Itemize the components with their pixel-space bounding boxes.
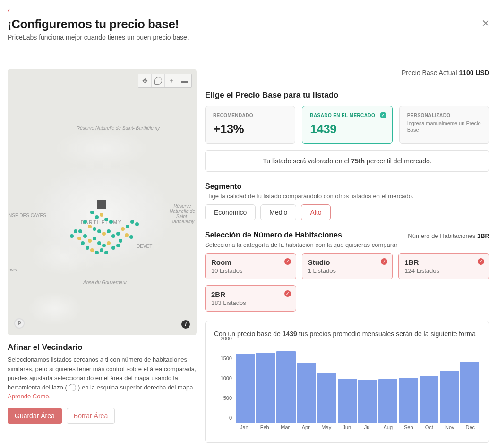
card-recommended[interactable]: RECOMENDADO +13%: [205, 106, 295, 144]
chart-caption-value: 1439: [283, 330, 297, 338]
map-listing-dot[interactable]: [78, 229, 82, 233]
content: Réserve Naturelle de Saint- Barthélemy R…: [0, 50, 497, 448]
card-custom-label: PERSONALIZADO: [407, 113, 481, 118]
bedroom-card-sub: 124 Listados: [404, 267, 483, 274]
map-listing-dot[interactable]: [86, 246, 89, 250]
check-icon: [284, 258, 291, 265]
map-listing-dot[interactable]: [88, 239, 92, 243]
map-label-devet: DEVET: [137, 244, 152, 249]
map-listing-dot[interactable]: [100, 213, 103, 217]
map-listing-dot[interactable]: [90, 211, 94, 214]
map-listing-dot[interactable]: [83, 220, 87, 224]
map-listing-dot[interactable]: [102, 232, 106, 236]
clear-area-button[interactable]: Borrar Área: [67, 408, 115, 424]
map-listing-dot[interactable]: [88, 225, 92, 228]
map-pan-icon[interactable]: ✥: [138, 74, 152, 87]
segment-option-económico[interactable]: Económico: [205, 204, 256, 220]
map-lasso-icon[interactable]: [152, 74, 165, 87]
map-listing-dot[interactable]: [93, 237, 96, 240]
map[interactable]: Réserve Naturelle de Saint- Barthélemy R…: [8, 69, 197, 335]
map-listing-dot[interactable]: [95, 215, 99, 219]
chart-bar: [420, 376, 438, 423]
refine-buttons: Guardar Área Borrar Área: [8, 408, 197, 424]
bedroom-card-title: 1BR: [404, 258, 483, 266]
map-listing-dot[interactable]: [70, 234, 74, 238]
modal-header: ‹ ¡Configuremos tu precio base! PriceLab…: [0, 0, 497, 50]
map-listing-dot[interactable]: [95, 251, 99, 254]
card-custom[interactable]: PERSONALIZADO Ingresa manualmente un Pre…: [399, 106, 489, 144]
map-listing-dot[interactable]: [116, 232, 120, 236]
bedrooms-heading: Selección de Número de Habitaciones: [205, 231, 342, 239]
bedroom-card-sub: 1 Listados: [308, 267, 387, 274]
chart-x-label: Sep: [398, 424, 419, 434]
map-listing-dot[interactable]: [126, 225, 129, 228]
map-listing-marker[interactable]: [97, 200, 106, 209]
bedroom-card-title: Room: [211, 258, 290, 266]
map-listing-dot[interactable]: [135, 222, 139, 226]
map-label-cayes: NSE DES CAYES: [9, 213, 46, 218]
map-zoom-in-icon[interactable]: ＋: [165, 74, 178, 87]
current-base-price: Precio Base Actual 1100 USD: [205, 69, 489, 76]
segment-option-medio[interactable]: Medio: [260, 204, 296, 220]
chart-bar: [297, 363, 316, 423]
map-listing-dot[interactable]: [109, 220, 113, 224]
percentile-box: Tu listado será valorado en el 75th perc…: [205, 150, 489, 172]
map-listing-dot[interactable]: [111, 234, 115, 238]
monthly-price-chart: 0500100015002000 JanFebMarAprMayJunJulAu…: [214, 344, 480, 434]
bedroom-card-1br[interactable]: 1BR124 Listados: [398, 253, 489, 279]
map-listing-dot[interactable]: [97, 229, 101, 233]
close-icon[interactable]: [482, 20, 488, 26]
map-listing-dot[interactable]: [81, 241, 85, 245]
map-listing-dot[interactable]: [102, 244, 106, 247]
bedroom-cards: Room10 ListadosStudio1 Listados1BR124 Li…: [205, 253, 489, 312]
current-price-value: 1100 USD: [459, 69, 489, 76]
map-listing-dot[interactable]: [107, 241, 111, 245]
card-market[interactable]: BASADO EN EL MERCADO 1439: [302, 106, 392, 144]
chart-bar: [358, 380, 377, 423]
map-listing-dot[interactable]: [125, 233, 129, 237]
segment-option-alto[interactable]: Alto: [301, 204, 330, 220]
map-listing-dot[interactable]: [129, 235, 133, 239]
save-area-button[interactable]: Guardar Área: [8, 408, 62, 424]
bedrooms-meta-value: 1BR: [477, 232, 489, 239]
chart-bar: [460, 362, 479, 423]
map-listing-dot[interactable]: [74, 229, 77, 233]
card-recommended-value: +13%: [213, 122, 287, 136]
map-listing-dot[interactable]: [77, 237, 81, 240]
map-listing-dot[interactable]: [97, 241, 101, 245]
left-column: Réserve Naturelle de Saint- Barthélemy R…: [8, 69, 197, 443]
card-custom-desc: Ingresa manualmente un Precio Base: [407, 120, 481, 134]
learn-how-link[interactable]: Aprende Como.: [8, 393, 51, 400]
bedroom-card-studio[interactable]: Studio1 Listados: [302, 253, 393, 279]
map-info-icon[interactable]: i: [181, 320, 190, 329]
current-price-label: Precio Base Actual: [402, 69, 457, 76]
segment-buttons: EconómicoMedioAlto: [205, 204, 489, 220]
bedroom-card-2br[interactable]: 2BR183 Listados: [205, 285, 296, 312]
map-listing-dot[interactable]: [100, 248, 103, 252]
chart-bar: [440, 371, 459, 423]
chart-y-tick: 1000: [221, 375, 232, 381]
map-listing-dot[interactable]: [83, 234, 87, 238]
map-zoom-out-icon[interactable]: ▬: [178, 74, 191, 87]
bedroom-card-sub: 183 Listados: [211, 299, 290, 306]
bedroom-card-room[interactable]: Room10 Listados: [205, 253, 296, 279]
map-listing-dot[interactable]: [104, 251, 108, 254]
map-listing-dot[interactable]: [130, 220, 134, 224]
chart-bar: [256, 353, 275, 423]
map-listing-dot[interactable]: [119, 239, 122, 243]
chart-bar: [338, 379, 357, 423]
map-listing-dot[interactable]: [107, 229, 111, 233]
map-listing-dot[interactable]: [111, 246, 115, 250]
chart-y-tick: 500: [223, 395, 232, 401]
map-listing-dot[interactable]: [116, 244, 120, 247]
map-label-avia: avia: [9, 267, 17, 272]
chart-caption: Con un precio base de 1439 tus precios p…: [214, 330, 480, 338]
map-listing-dot[interactable]: [121, 227, 125, 231]
map-label-anse: Anse du Gouverneur: [83, 280, 127, 285]
chart-x-label: Jan: [234, 424, 255, 434]
map-listing-dot[interactable]: [104, 218, 108, 221]
back-arrow-icon[interactable]: ‹: [8, 7, 489, 14]
chart-y-axis: 0500100015002000: [214, 344, 234, 423]
map-listing-dot[interactable]: [93, 227, 96, 231]
map-listing-dot[interactable]: [90, 248, 94, 252]
